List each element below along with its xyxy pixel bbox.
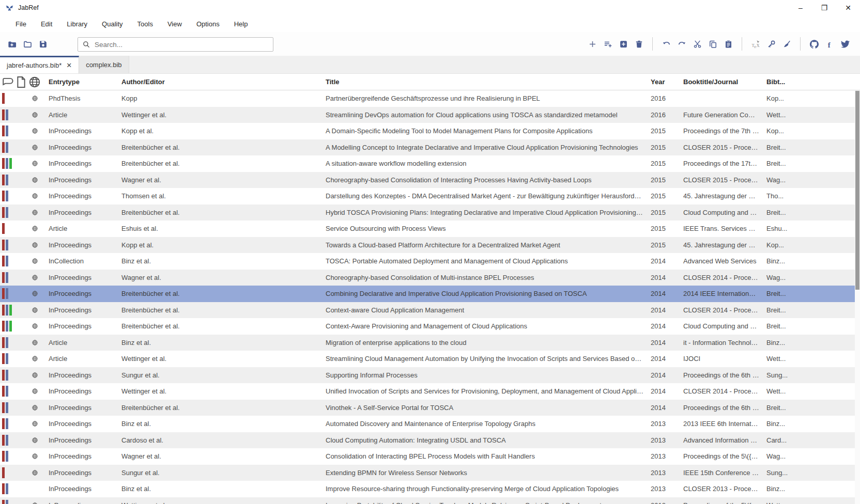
delete-entry-button[interactable] [631, 36, 647, 52]
table-row[interactable]: InProceedingsWettinger et al.Unified Inv… [0, 383, 855, 400]
redo-button[interactable] [674, 36, 689, 52]
menu-options[interactable]: Options [189, 18, 227, 30]
table-row[interactable]: InProceedingsCardoso et al.Cloud Computi… [0, 432, 855, 449]
menu-edit[interactable]: Edit [34, 18, 59, 30]
new-library-button[interactable] [4, 36, 20, 52]
maximize-button[interactable]: ❐ [812, 0, 836, 15]
twitter-button[interactable] [837, 36, 853, 52]
table-row[interactable]: PhdThesisKoppPartnerübergreifende Geschä… [0, 90, 855, 107]
new-entry-button[interactable] [585, 36, 600, 52]
search-box[interactable] [78, 37, 273, 52]
url-cell[interactable] [28, 437, 41, 444]
tab-close-icon[interactable]: ✕ [66, 61, 72, 69]
tab-complex-bib[interactable]: complex.bib [79, 56, 129, 73]
import-entries-button[interactable] [600, 36, 616, 52]
table-row[interactable]: ArticleWettinger et al.Streamlining Clou… [0, 351, 855, 367]
cut-button[interactable] [689, 36, 705, 52]
column-header-title[interactable]: Title [318, 78, 643, 86]
table-row[interactable]: InProceedingsBreitenbücher et al.Context… [0, 318, 855, 335]
header-speech-bubble-column[interactable] [1, 75, 14, 89]
url-cell[interactable] [28, 112, 41, 118]
url-cell[interactable] [28, 404, 41, 411]
url-cell[interactable] [28, 388, 41, 395]
table-row[interactable]: InProceedingsBreitenbücher et al.Hybrid … [0, 204, 855, 221]
github-button[interactable] [806, 36, 822, 52]
url-cell[interactable] [28, 323, 41, 329]
push-to-latex-button[interactable]: TEX [748, 36, 763, 52]
url-cell[interactable] [28, 193, 41, 199]
facebook-button[interactable]: f [822, 36, 837, 52]
table-row[interactable]: InProceedingsBreitenbücher et al.A Model… [0, 139, 855, 156]
url-cell[interactable] [28, 290, 41, 297]
menu-tools[interactable]: Tools [130, 18, 160, 30]
entrytype-cell: InProceedings [41, 322, 114, 330]
column-header-author-editor[interactable]: Author/Editor [114, 78, 318, 86]
url-cell[interactable] [28, 307, 41, 313]
menu-quality[interactable]: Quality [95, 18, 130, 30]
generate-citekey-button[interactable] [763, 36, 779, 52]
table-row[interactable]: ArticleEshuis et al.Service Outsourcing … [0, 220, 855, 237]
menu-library[interactable]: Library [59, 18, 95, 30]
save-library-button[interactable] [35, 36, 51, 52]
table-row[interactable]: InProceedingsBinz et al.Improve Resource… [0, 481, 855, 497]
new-article-button[interactable] [616, 36, 631, 52]
table-row[interactable]: InProceedingsBreitenbücher et al.Vinothe… [0, 400, 855, 416]
copy-button[interactable] [705, 36, 720, 52]
url-cell[interactable] [28, 258, 41, 264]
menu-view[interactable]: View [160, 18, 189, 30]
url-cell[interactable] [28, 128, 41, 134]
url-cell[interactable] [28, 453, 41, 460]
column-header-booktitle-journal[interactable]: Booktitle/Journal [676, 78, 759, 86]
undo-button[interactable] [658, 36, 674, 52]
table-row[interactable]: InProceedingsWagner et al.Choreography-b… [0, 172, 855, 188]
url-cell[interactable] [28, 274, 41, 281]
url-cell[interactable] [28, 160, 41, 167]
table-row[interactable]: InProceedingsWagner et al.Consolidation … [0, 448, 855, 465]
minimize-button[interactable]: – [789, 0, 812, 15]
table-row[interactable]: InProceedingsSungur et al.Extending BPMN… [0, 465, 855, 481]
search-input[interactable] [94, 40, 273, 49]
marker-red [2, 483, 5, 494]
url-cell[interactable] [28, 339, 41, 346]
url-cell[interactable] [28, 420, 41, 427]
table-row[interactable]: ArticleWettinger et al.Streamlining DevO… [0, 107, 855, 123]
url-cell[interactable] [28, 502, 41, 504]
paste-button[interactable] [720, 36, 736, 52]
url-cell[interactable] [28, 144, 41, 151]
open-library-button[interactable] [20, 36, 35, 52]
url-cell[interactable] [28, 209, 41, 216]
title-cell: Migration of enterprise applications to … [318, 339, 643, 346]
cleanup-button[interactable] [779, 36, 794, 52]
table-row[interactable]: InProceedingsBreitenbücher et al.A situa… [0, 155, 855, 172]
url-cell[interactable] [28, 242, 41, 248]
table-row[interactable]: InProceedingsWagner et al.Choreography-b… [0, 270, 855, 286]
header-globe-column[interactable] [28, 75, 41, 89]
column-header-entrytype[interactable]: Entrytype [41, 78, 114, 86]
url-cell[interactable] [28, 355, 41, 362]
url-cell[interactable] [28, 469, 41, 476]
column-header-year[interactable]: Year [643, 78, 676, 86]
table-row[interactable]: InProceedingsSungur et al.Supporting Inf… [0, 367, 855, 384]
url-cell[interactable] [28, 225, 41, 232]
table-row[interactable]: InProceedingsBreitenbücher et al.Context… [0, 302, 855, 319]
menu-help[interactable]: Help [227, 18, 255, 30]
menu-file[interactable]: File [8, 18, 34, 30]
url-cell[interactable] [28, 372, 41, 379]
vertical-scrollbar[interactable] [855, 90, 860, 504]
table-row[interactable]: InProceedingsKopp et al.A Domain-Specifi… [0, 123, 855, 139]
table-row[interactable]: InProceedingsWettinger et al.Improving P… [0, 497, 855, 504]
table-row[interactable]: InProceedingsThomsen et al.Darstellung d… [0, 188, 855, 204]
url-cell[interactable] [28, 177, 41, 183]
table-row[interactable]: ArticleBinz et al.Migration of enterpris… [0, 335, 855, 351]
table-row[interactable]: InCollectionBinz et al.TOSCA: Portable A… [0, 253, 855, 270]
table-row[interactable]: InProceedingsKopp et al.Towards a Cloud-… [0, 237, 855, 254]
tab-jabref-authors-bib-[interactable]: jabref-authors.bib*✕ [0, 56, 79, 73]
url-cell[interactable] [28, 95, 41, 102]
bibkey-cell: Breit... [759, 290, 855, 297]
scrollbar-thumb[interactable] [855, 91, 859, 290]
table-row[interactable]: InProceedingsBinz et al.Automated Discov… [0, 416, 855, 432]
header-file-column[interactable] [14, 75, 28, 89]
table-row[interactable]: InProceedingsBreitenbücher et al.Combini… [0, 286, 855, 302]
close-button[interactable]: ✕ [836, 0, 860, 15]
column-header-bibt-[interactable]: Bibt... [759, 78, 860, 86]
